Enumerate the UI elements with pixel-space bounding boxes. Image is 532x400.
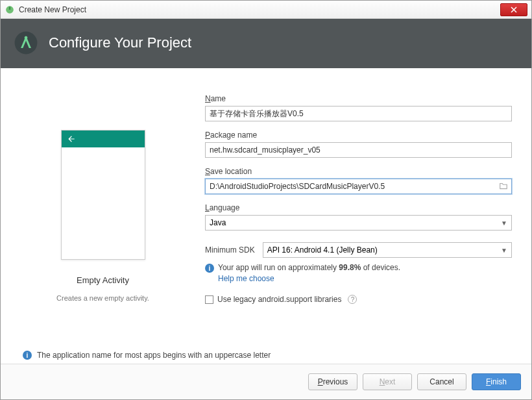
min-sdk-select[interactable]: API 16: Android 4.1 (Jelly Bean) ▼ <box>263 242 512 258</box>
content-area: Empty Activity Creates a new empty activ… <box>1 68 531 344</box>
name-label: Name <box>205 94 512 103</box>
coverage-info: i Your app will run on approximately 99.… <box>205 263 512 273</box>
language-select[interactable]: Java ▼ <box>205 215 512 231</box>
button-bar: Previous Next Cancel Finish <box>1 364 531 399</box>
header-band: Configure Your Project <box>1 19 531 68</box>
location-input[interactable] <box>205 179 512 194</box>
language-label: Language <box>205 203 512 212</box>
preview-appbar <box>62 131 145 147</box>
template-preview <box>61 130 145 260</box>
app-icon <box>5 5 15 15</box>
cancel-button[interactable]: Cancel <box>417 373 466 390</box>
svg-rect-1 <box>9 6 10 10</box>
min-sdk-label: Minimum SDK <box>205 245 255 255</box>
template-name: Empty Activity <box>77 275 129 285</box>
package-label: Package name <box>205 131 512 140</box>
previous-button[interactable]: Previous <box>308 373 357 390</box>
svg-point-2 <box>15 32 38 55</box>
form-column: Name Package name Save location Language… <box>205 94 512 337</box>
info-icon: i <box>205 264 214 273</box>
close-button[interactable] <box>500 3 527 16</box>
titlebar: Create New Project <box>1 1 531 19</box>
language-value: Java <box>210 218 226 227</box>
package-input[interactable] <box>205 142 512 158</box>
validation-message: i The application name for most apps beg… <box>1 344 531 364</box>
back-arrow-icon <box>67 134 76 144</box>
legacy-support-checkbox[interactable] <box>205 295 213 304</box>
template-description: Creates a new empty activity. <box>56 294 149 302</box>
coverage-text: Your app will run on approximately 99.8%… <box>218 263 400 272</box>
info-icon: i <box>23 351 32 360</box>
window-title: Create New Project <box>19 5 500 14</box>
validation-text: The application name for most apps begin… <box>37 351 271 360</box>
name-input[interactable] <box>205 106 512 121</box>
preview-body <box>62 147 145 259</box>
browse-folder-icon[interactable] <box>499 182 508 192</box>
android-studio-logo-icon <box>14 31 38 55</box>
chevron-down-icon: ▼ <box>501 247 507 254</box>
next-button: Next <box>363 373 412 390</box>
help-icon[interactable]: ? <box>348 295 357 304</box>
page-title: Configure Your Project <box>49 34 191 51</box>
help-me-choose-link[interactable]: Help me choose <box>218 274 512 283</box>
svg-point-3 <box>25 36 28 40</box>
chevron-down-icon: ▼ <box>501 219 507 227</box>
preview-column: Empty Activity Creates a new empty activ… <box>20 94 186 337</box>
legacy-support-label: Use legacy android.support libraries <box>217 295 341 304</box>
min-sdk-value: API 16: Android 4.1 (Jelly Bean) <box>267 245 378 255</box>
finish-button[interactable]: Finish <box>472 373 521 390</box>
location-label: Save location <box>205 167 512 176</box>
